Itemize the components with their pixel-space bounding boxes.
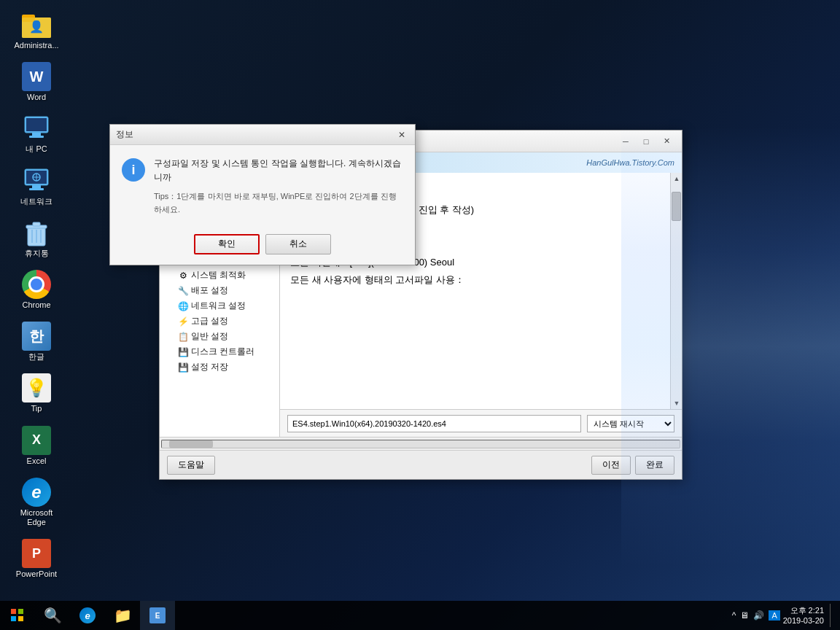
modal-tip-text: Tips：1단계를 마치면 바로 재부팅, WinPE로 진입하여 2단계를 진… [154, 190, 403, 216]
taskbar-search-icon[interactable]: 🔍 [35, 601, 70, 630]
modal-body: i 구성파일 저장 및 시스템 통인 작업을 실행합니다. 계속하시겠습니까 T… [110, 145, 415, 228]
taskbar: 🔍 e 📁 E ^ 🖥 🔊 A 오후 2:21 2019-03-20 [0, 601, 840, 630]
tray-expand[interactable]: ^ [732, 610, 736, 621]
win-logo-yellow [18, 616, 23, 621]
info-icon: i [122, 158, 145, 182]
win-logo-green [18, 609, 23, 614]
show-desktop-button[interactable] [830, 604, 834, 627]
taskbar-file-explorer-icon[interactable]: 📁 [105, 601, 140, 630]
windows-logo [11, 609, 24, 622]
start-button[interactable] [0, 601, 35, 630]
modal-confirm-button[interactable]: 확인 [194, 234, 260, 254]
modal-dialog: 정보 ✕ i 구성파일 저장 및 시스템 통인 작업을 실행합니다. 계속하시겠… [109, 124, 416, 265]
modal-titlebar[interactable]: 정보 ✕ [110, 125, 415, 145]
desktop: 👤 Administra... W Word 내 PC [0, 0, 840, 630]
modal-footer: 확인 취소 [110, 228, 415, 265]
date-display: 2019-03-20 [783, 615, 824, 626]
modal-close-button[interactable]: ✕ [394, 128, 409, 141]
tray-network-icon[interactable]: 🖥 [740, 610, 749, 621]
modal-overlay: 정보 ✕ i 구성파일 저장 및 시스템 통인 작업을 실행합니다. 계속하시겠… [0, 0, 840, 630]
modal-main-text: 구성파일 저장 및 시스템 통인 작업을 실행합니다. 계속하시겠습니까 [154, 157, 403, 184]
taskbar-icons: 🔍 e 📁 E [35, 601, 175, 630]
modal-cancel-button[interactable]: 취소 [265, 234, 331, 254]
win-logo-red [11, 609, 16, 614]
taskbar-tray: ^ 🖥 🔊 A 오후 2:21 2019-03-20 [732, 604, 840, 627]
modal-title: 정보 [116, 128, 394, 141]
win-logo-blue [11, 616, 16, 621]
taskbar-edge-icon[interactable]: e [70, 601, 105, 630]
tray-lang-indicator[interactable]: A [769, 610, 779, 621]
system-tray-icons: ^ 🖥 🔊 A [732, 610, 780, 621]
time-display: 오후 2:21 [783, 605, 824, 615]
taskbar-sysprep-icon[interactable]: E [140, 601, 175, 630]
taskbar-time[interactable]: 오후 2:21 2019-03-20 [783, 605, 824, 626]
modal-text-container: 구성파일 저장 및 시스템 통인 작업을 실행합니다. 계속하시겠습니까 Tip… [154, 157, 403, 217]
tray-volume-icon[interactable]: 🔊 [753, 610, 764, 621]
